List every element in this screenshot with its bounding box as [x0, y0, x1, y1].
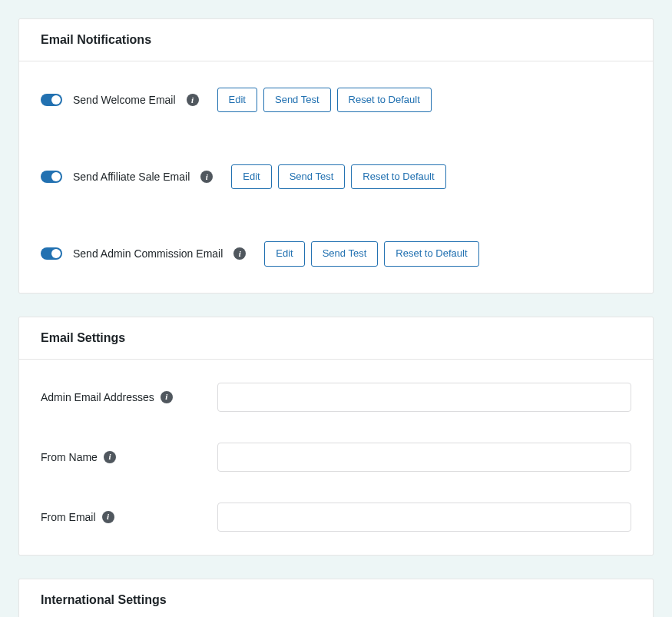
- toggle-admin-commission-email[interactable]: [41, 247, 62, 260]
- info-icon[interactable]: i: [104, 451, 116, 463]
- info-icon[interactable]: i: [233, 247, 246, 260]
- form-input-col: [217, 383, 631, 412]
- info-icon[interactable]: i: [102, 511, 114, 523]
- toggle-affiliate-sale-email[interactable]: [41, 171, 62, 183]
- form-row: From Email i: [41, 487, 631, 555]
- panel-title: Email Settings: [41, 331, 631, 345]
- form-label-col: From Email i: [41, 511, 217, 523]
- panel-title: International Settings: [41, 593, 631, 607]
- edit-button[interactable]: Edit: [231, 164, 271, 189]
- field-label: Admin Email Addresses: [41, 391, 154, 403]
- panel-header: International Settings: [19, 579, 653, 617]
- panel-body: Admin Email Addresses i From Name i From…: [19, 360, 653, 555]
- edit-button[interactable]: Edit: [264, 241, 304, 266]
- notification-label: Send Admin Commission Email: [73, 247, 223, 260]
- notification-label: Send Affiliate Sale Email: [73, 171, 190, 183]
- notification-row: Send Welcome Email i Edit Send Test Rese…: [41, 61, 631, 138]
- notification-row: Send Admin Commission Email i Edit Send …: [41, 215, 631, 292]
- notification-label: Send Welcome Email: [73, 94, 176, 106]
- info-icon[interactable]: i: [161, 391, 173, 403]
- info-icon[interactable]: i: [200, 171, 213, 183]
- button-group: Edit Send Test Reset to Default: [231, 164, 445, 189]
- edit-button[interactable]: Edit: [217, 88, 257, 112]
- form-input-col: [217, 443, 631, 472]
- info-icon[interactable]: i: [187, 94, 199, 106]
- form-label-col: Admin Email Addresses i: [41, 391, 217, 403]
- field-label: From Name: [41, 451, 98, 463]
- email-notifications-panel: Email Notifications Send Welcome Email i…: [18, 18, 654, 294]
- from-name-input[interactable]: [217, 443, 631, 472]
- from-email-input[interactable]: [217, 503, 631, 532]
- panel-title: Email Notifications: [41, 33, 631, 47]
- email-settings-panel: Email Settings Admin Email Addresses i F…: [18, 317, 654, 556]
- reset-default-button[interactable]: Reset to Default: [384, 241, 478, 266]
- international-settings-panel: International Settings: [18, 579, 654, 617]
- send-test-button[interactable]: Send Test: [263, 88, 331, 112]
- notification-row: Send Affiliate Sale Email i Edit Send Te…: [41, 138, 631, 215]
- form-input-col: [217, 503, 631, 532]
- panel-header: Email Settings: [19, 317, 653, 360]
- send-test-button[interactable]: Send Test: [278, 164, 346, 189]
- field-label: From Email: [41, 511, 96, 523]
- panel-body: Send Welcome Email i Edit Send Test Rese…: [19, 61, 653, 293]
- reset-default-button[interactable]: Reset to Default: [351, 164, 445, 189]
- form-row: From Name i: [41, 427, 631, 487]
- button-group: Edit Send Test Reset to Default: [264, 241, 478, 266]
- form-label-col: From Name i: [41, 451, 217, 463]
- send-test-button[interactable]: Send Test: [311, 241, 379, 266]
- admin-email-addresses-input[interactable]: [217, 383, 631, 412]
- button-group: Edit Send Test Reset to Default: [217, 88, 432, 112]
- reset-default-button[interactable]: Reset to Default: [337, 88, 432, 112]
- form-row: Admin Email Addresses i: [41, 360, 631, 427]
- toggle-welcome-email[interactable]: [41, 94, 62, 106]
- panel-header: Email Notifications: [19, 19, 653, 61]
